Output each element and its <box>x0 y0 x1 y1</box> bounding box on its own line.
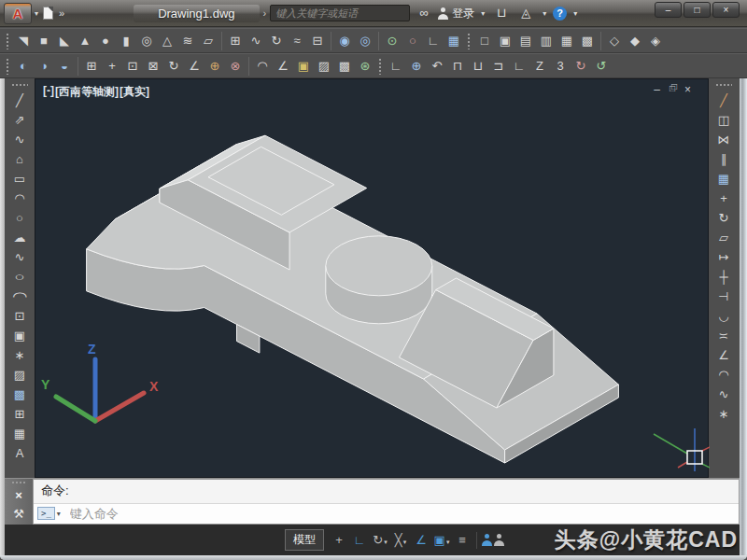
offset-icon[interactable]: ∥ <box>713 149 734 169</box>
hatch-icon[interactable]: ▨ <box>9 365 30 385</box>
viewport-visual-style-control[interactable]: [真实] <box>120 84 149 100</box>
snap-toggle[interactable]: + <box>330 530 348 551</box>
toolbar-grip[interactable] <box>6 58 10 75</box>
toolbar-grip[interactable] <box>715 83 732 88</box>
toolbar-grip[interactable] <box>6 33 10 49</box>
trim-icon[interactable]: ┼ <box>713 267 734 287</box>
new-drawing-button[interactable] <box>43 7 53 20</box>
ucs-icon[interactable]: Z X Y <box>41 342 159 421</box>
command-panel-grip[interactable] <box>11 481 26 484</box>
help-arrow-icon[interactable]: ▾ <box>571 9 580 18</box>
torus-icon[interactable]: ◎ <box>136 31 157 51</box>
model-tab-button[interactable]: 模型 <box>285 529 324 551</box>
quick-access-expand-icon[interactable]: » <box>55 7 68 19</box>
command-input[interactable] <box>68 506 739 522</box>
ellipse-arc-icon[interactable]: ◠ <box>5 287 35 306</box>
planar-surface-icon[interactable]: ▱ <box>198 31 218 51</box>
sphere-icon[interactable]: ● <box>95 31 116 51</box>
polygon-icon[interactable]: ⌂ <box>9 149 30 169</box>
presspull-icon[interactable]: ⊞ <box>225 31 246 51</box>
minimize-button[interactable]: – <box>655 2 682 18</box>
scale-icon[interactable]: ▱ <box>713 228 734 247</box>
signin-arrow-icon[interactable]: ▾ <box>478 9 487 18</box>
drawing-close-icon[interactable]: × <box>684 83 691 96</box>
command-customize-icon[interactable]: ⚒ <box>13 504 24 525</box>
infocenter-search-input[interactable] <box>270 5 410 21</box>
ellipse-icon[interactable]: ○ <box>5 267 35 287</box>
toolbar-grip[interactable] <box>11 83 28 88</box>
rotate-icon[interactable]: ↻ <box>713 208 734 228</box>
vs-hidden-icon[interactable]: ▤ <box>515 31 536 51</box>
model-space-viewport[interactable]: [-][西南等轴测][真实] – □ × <box>35 78 709 478</box>
view-ne-isometric-icon[interactable]: ◈ <box>645 31 666 51</box>
polysolid-icon[interactable]: ◥ <box>13 31 34 51</box>
move-faces-icon[interactable]: + <box>102 56 122 77</box>
ucs-object-icon[interactable]: ⊓ <box>447 56 468 77</box>
revision-cloud-icon[interactable]: ☁ <box>9 228 30 247</box>
fillet-edge-icon[interactable]: ◠ <box>252 56 273 77</box>
break-icon[interactable]: ◡ <box>713 306 734 326</box>
fillet-icon[interactable]: ◠ <box>713 365 734 385</box>
a360-icon[interactable]: ◬ <box>515 3 536 23</box>
move-icon[interactable]: + <box>713 189 734 208</box>
circle-icon[interactable]: ○ <box>9 208 30 228</box>
store-cart-icon[interactable]: ⊔ <box>491 3 512 23</box>
rotate-faces-icon[interactable]: ↻ <box>163 56 184 77</box>
close-button[interactable]: × <box>712 2 740 18</box>
otrack-toggle[interactable]: ∠ <box>412 530 430 551</box>
lineweight-toggle[interactable]: ≡ <box>453 530 472 551</box>
user-icon[interactable] <box>438 7 448 20</box>
ucs-face-icon[interactable]: ⊔ <box>468 56 488 77</box>
point-icon[interactable]: ∗ <box>9 345 30 365</box>
3d-solid-model[interactable] <box>87 135 619 463</box>
ucs-icon[interactable]: ∟ <box>386 56 406 77</box>
view-se-isometric-icon[interactable]: ◆ <box>625 31 645 51</box>
viewport-view-control[interactable]: [西南等轴测] <box>55 84 119 100</box>
taper-faces-icon[interactable]: ∠ <box>184 56 204 77</box>
union-icon[interactable]: ◐ <box>13 56 34 77</box>
search-binoculars-icon[interactable]: ∞ <box>414 3 434 23</box>
free-orbit-icon[interactable]: ○ <box>402 31 423 51</box>
toolbar-grip[interactable] <box>467 33 472 49</box>
gradient-icon[interactable]: ▩ <box>9 385 30 404</box>
ucs-world-icon[interactable]: ⊕ <box>406 56 427 77</box>
command-close-icon[interactable]: × <box>15 487 22 504</box>
vs-wireframe-icon[interactable]: ▣ <box>495 31 515 51</box>
constrained-orbit-icon[interactable]: ⊙ <box>382 31 402 51</box>
subtract-icon[interactable]: ◑ <box>34 56 54 77</box>
chamfer-icon[interactable]: ∠ <box>713 345 734 365</box>
sweep-icon[interactable]: ∿ <box>246 31 266 51</box>
vs-realistic-icon[interactable]: ▥ <box>536 31 557 51</box>
view-sw-isometric-icon[interactable]: ◇ <box>604 31 625 51</box>
file-tab-arrow-icon[interactable]: › <box>260 7 271 19</box>
table-icon[interactable]: ▦ <box>9 424 30 443</box>
copy-faces-icon[interactable]: ⊡ <box>122 56 143 77</box>
command-recent-arrow-icon[interactable]: ▾ <box>57 510 61 518</box>
arc-icon[interactable]: ◠ <box>9 189 30 208</box>
solid-subtract-icon[interactable]: ◎ <box>355 31 375 51</box>
revolve-icon[interactable]: ↻ <box>266 31 287 51</box>
vs-2d-wireframe-icon[interactable]: □ <box>474 31 495 51</box>
thicken-icon[interactable]: ▩ <box>334 56 355 77</box>
ucs-rotate-y-icon[interactable]: ↺ <box>591 56 612 77</box>
signin-label[interactable]: 登录 <box>452 6 474 21</box>
isodraft-toggle-dropdown-arrow[interactable]: ▾ <box>403 539 407 545</box>
wedge-icon[interactable]: ◣ <box>54 31 75 51</box>
chamfer-edge-icon[interactable]: ∠ <box>273 56 293 77</box>
help-icon[interactable]: ? <box>553 7 567 21</box>
command-prompt-icon[interactable]: >_ <box>37 507 55 520</box>
maximize-button[interactable]: □ <box>684 2 711 18</box>
app-logo-button[interactable]: A <box>4 3 32 24</box>
mtext-icon[interactable]: A <box>9 443 30 463</box>
drawing-restore-icon[interactable]: □ <box>669 83 675 96</box>
rectangle-icon[interactable]: ▭ <box>9 169 30 189</box>
ucs-rotate-x-icon[interactable]: ↻ <box>571 56 591 77</box>
imprint-icon[interactable]: ▣ <box>293 56 314 77</box>
viewport-canvas[interactable]: Z X Y <box>35 79 710 479</box>
ucs-previous-icon[interactable]: ↶ <box>427 56 447 77</box>
ortho-toggle[interactable]: ∟ <box>350 530 369 551</box>
offset-faces-icon[interactable]: ⊠ <box>143 56 163 77</box>
toolbar-grip[interactable] <box>378 58 383 75</box>
line-icon[interactable]: ╱ <box>9 91 30 110</box>
extrude-icon[interactable]: ⊟ <box>307 31 328 51</box>
